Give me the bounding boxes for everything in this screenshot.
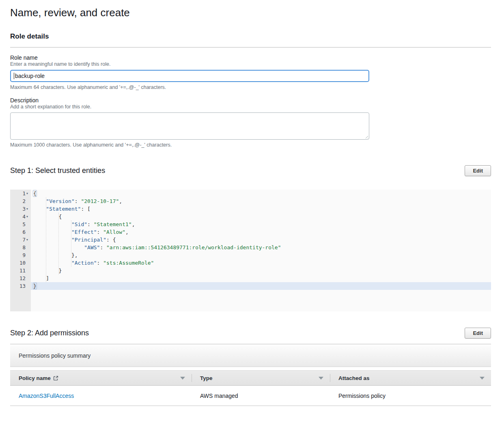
line-number: 5 xyxy=(10,220,31,228)
json-key: "Version" xyxy=(46,198,74,204)
column-header-attached-as: Attached as xyxy=(330,371,491,385)
policy-type-cell: AWS managed xyxy=(192,393,330,399)
role-name-constraint: Maximum 64 characters. Use alphanumeric … xyxy=(10,84,491,90)
step1-header: Step 1: Select trusted entities Edit xyxy=(10,165,491,176)
section-divider xyxy=(10,47,491,47)
json-key: "Principal" xyxy=(71,237,106,243)
column-header-label: Policy name xyxy=(19,375,51,381)
code-text: { xyxy=(31,190,491,197)
matched-brace: } xyxy=(33,283,37,289)
line-number: 6 xyxy=(10,228,31,236)
line-number: 1▾ xyxy=(10,190,31,197)
line-number: 7▾ xyxy=(10,236,31,244)
code-text: "Statement": [ xyxy=(31,205,491,213)
step2-section: Step 2: Add permissions Edit Permissions… xyxy=(10,328,491,406)
name-review-create-page: Name, review, and create Role details Ro… xyxy=(0,0,504,406)
column-header-type: Type xyxy=(192,371,330,385)
line-number: 13 xyxy=(10,282,31,290)
json-string: "sts:AssumeRole" xyxy=(103,260,154,266)
description-field: Description Add a short explanation for … xyxy=(10,97,491,148)
trust-policy-editor[interactable]: 1▾{2 "Version": "2012-10-17",3▾ "Stateme… xyxy=(10,190,491,311)
filter-icon[interactable] xyxy=(480,377,485,380)
attached-as-cell: Permissions policy xyxy=(330,393,491,399)
step2-header: Step 2: Add permissions Edit xyxy=(10,328,491,339)
table-header-row: Policy nameTypeAttached as xyxy=(10,370,491,386)
code-text: "Effect": "Allow", xyxy=(31,228,491,236)
code-line: 7▾ "Principal": { xyxy=(10,236,491,244)
role-details-section: Role details Role name Enter a meaningfu… xyxy=(10,32,491,148)
line-number: 4▾ xyxy=(10,213,31,220)
column-header-policy-name: Policy name xyxy=(10,371,192,385)
json-key: "Sid" xyxy=(71,221,87,227)
code-line: 3▾ "Statement": [ xyxy=(10,205,491,213)
code-text: "Version": "2012-10-17", xyxy=(31,197,491,205)
column-header-label: Attached as xyxy=(338,375,370,381)
filter-icon[interactable] xyxy=(319,377,323,380)
fold-arrow-icon[interactable]: ▾ xyxy=(26,205,31,213)
role-name-input[interactable] xyxy=(10,70,369,82)
code-line: 2 "Version": "2012-10-17", xyxy=(10,197,491,205)
line-number: 10 xyxy=(10,259,31,267)
json-key: "AWS" xyxy=(84,244,100,250)
code-text: { xyxy=(31,213,491,220)
table-row: AmazonS3FullAccessAWS managedPermissions… xyxy=(10,386,491,406)
json-string: "arn:aws:iam::541263489771:role/workload… xyxy=(106,244,281,250)
role-name-label: Role name xyxy=(10,54,491,61)
code-text: ] xyxy=(31,274,491,282)
code-text: }, xyxy=(31,251,491,259)
description-textarea[interactable] xyxy=(10,112,369,140)
fold-arrow-icon[interactable]: ▾ xyxy=(26,190,31,197)
column-header-label: Type xyxy=(200,375,213,381)
fold-arrow-icon[interactable]: ▾ xyxy=(26,213,31,220)
matched-brace: { xyxy=(33,190,37,197)
json-string: "Statement1" xyxy=(94,221,132,227)
permissions-summary-title: Permissions policy summary xyxy=(19,352,90,359)
fold-arrow-icon[interactable]: ▾ xyxy=(26,236,31,244)
description-constraint: Maximum 1000 characters. Use alphanumeri… xyxy=(10,142,491,148)
line-number: 3▾ xyxy=(10,205,31,213)
line-number: 12 xyxy=(10,274,31,282)
permissions-policy-table: Policy nameTypeAttached as AmazonS3FullA… xyxy=(10,370,491,406)
table-body: AmazonS3FullAccessAWS managedPermissions… xyxy=(10,386,491,406)
json-string: "2012-10-17" xyxy=(81,198,119,204)
code-line: 8 "AWS": "arn:aws:iam::541263489771:role… xyxy=(10,244,491,251)
line-number: 8 xyxy=(10,244,31,251)
description-textarea-wrap xyxy=(10,112,369,140)
json-key: "Action" xyxy=(71,260,97,266)
description-help: Add a short explanation for this role. xyxy=(10,104,491,110)
code-line: 1▾{ xyxy=(10,190,491,197)
code-line: 5 "Sid": "Statement1", xyxy=(10,220,491,228)
code-line: 6 "Effect": "Allow", xyxy=(10,228,491,236)
code-text: } xyxy=(31,267,491,274)
code-text: "Principal": { xyxy=(31,236,491,244)
external-link-icon xyxy=(53,376,58,381)
text-caret xyxy=(14,73,14,79)
json-key: "Effect" xyxy=(71,229,97,235)
code-line: 11 } xyxy=(10,267,491,274)
code-text: "AWS": "arn:aws:iam::541263489771:role/w… xyxy=(31,244,491,251)
policy-name-link[interactable]: AmazonS3FullAccess xyxy=(19,393,74,399)
json-key: "Statement" xyxy=(46,206,81,212)
code-line: 12 ] xyxy=(10,274,491,282)
step2-edit-button[interactable]: Edit xyxy=(465,328,491,339)
role-name-help: Enter a meaningful name to identify this… xyxy=(10,61,491,67)
code-line: 10 "Action": "sts:AssumeRole" xyxy=(10,259,491,267)
step1-heading: Step 1: Select trusted entities xyxy=(10,166,105,175)
permissions-summary-panel: Permissions policy summary xyxy=(10,344,491,367)
code-lines: 1▾{2 "Version": "2012-10-17",3▾ "Stateme… xyxy=(10,190,491,290)
policy-name-cell: AmazonS3FullAccess xyxy=(10,393,192,399)
line-number: 2 xyxy=(10,197,31,205)
page-title: Name, review, and create xyxy=(10,0,491,19)
line-number: 11 xyxy=(10,267,31,274)
role-name-input-wrap xyxy=(10,70,369,82)
step1-edit-button[interactable]: Edit xyxy=(465,165,491,176)
json-string: "Allow" xyxy=(103,229,125,235)
step1-section: Step 1: Select trusted entities Edit 1▾{… xyxy=(10,165,491,311)
line-number: 9 xyxy=(10,251,31,259)
code-line: 13} xyxy=(10,282,491,290)
description-label: Description xyxy=(10,97,491,104)
code-line: 9 }, xyxy=(10,251,491,259)
filter-icon[interactable] xyxy=(180,377,185,380)
role-details-heading: Role details xyxy=(10,32,491,41)
code-text: "Action": "sts:AssumeRole" xyxy=(31,259,491,267)
